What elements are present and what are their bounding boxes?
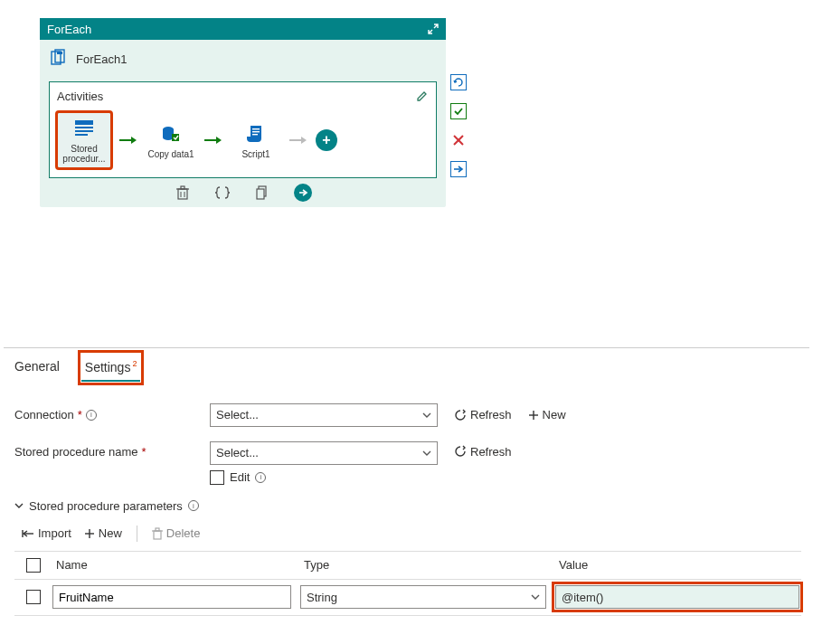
svg-rect-21 [257,189,264,199]
svg-rect-32 [154,531,161,539]
param-table: Name Type Value String [14,551,801,616]
status-skip-icon[interactable] [450,161,467,177]
connection-row: Connection * i Select... Refresh New [14,403,799,427]
tabs: General Settings2 [4,354,809,382]
copydata-icon [159,122,183,146]
status-success-icon[interactable] [450,103,467,119]
col-name: Name [52,558,300,572]
foreach-name-row: ForEach1 [49,49,437,69]
arrow-icon [288,134,308,147]
go-icon[interactable] [294,184,312,202]
connection-select[interactable]: Select... [210,403,438,427]
toolbar-divider [137,526,137,542]
chevron-down-icon [531,594,540,600]
col-value: Value [555,558,801,572]
delete-param-button[interactable]: Delete [152,526,201,540]
foreach-header[interactable]: ForEach [40,18,446,40]
activity-stored-procedure[interactable]: Stored procedur... [57,112,111,168]
tab-settings-label: Settings [85,360,131,374]
properties-panel: General Settings2 Connection * i Select.… [4,347,809,616]
select-all-checkbox[interactable] [26,558,41,573]
collapse-icon[interactable] [428,24,439,34]
connection-label: Connection * i [14,408,210,421]
svg-rect-12 [252,131,260,132]
svg-rect-3 [75,120,93,125]
arrow-icon [118,134,138,147]
edit-activities-icon[interactable] [414,88,430,104]
foreach-header-title: ForEach [47,23,91,36]
required-asterisk: * [142,445,147,459]
side-status-icons [450,74,467,177]
refresh-button[interactable]: Refresh [454,445,512,459]
status-error-icon[interactable] [450,132,467,148]
info-icon[interactable]: i [255,472,266,483]
svg-rect-34 [156,528,159,531]
tab-settings-badge: 2 [132,359,137,368]
new-param-button[interactable]: New [84,526,122,540]
tab-settings[interactable]: Settings2 [81,354,141,382]
param-value-input[interactable]: @item() [555,585,799,609]
chevron-down-icon [422,450,431,456]
activity-row: Stored procedur... Copy data1 [57,107,429,170]
foreach-body: ForEach1 Activities Stored procedur... [40,40,446,178]
required-asterisk: * [78,408,82,421]
activity-copy-data[interactable]: Copy data1 [146,122,196,159]
edit-checkbox[interactable] [210,470,224,485]
arrow-icon [203,134,223,147]
sp-name-row: Stored procedure name * Select... Edit i [14,441,799,485]
delete-icon[interactable] [175,185,191,201]
info-icon[interactable]: i [86,410,97,421]
form-area: Connection * i Select... Refresh New S [4,387,809,616]
sp-name-select[interactable]: Select... [210,441,438,465]
edit-label: Edit [230,470,250,484]
import-button[interactable]: Import [22,526,71,540]
script-icon [244,122,268,146]
svg-rect-6 [75,134,88,136]
chevron-down-icon [14,503,24,508]
svg-rect-5 [75,130,93,132]
row-checkbox[interactable] [26,590,41,604]
svg-rect-11 [252,128,260,129]
svg-rect-4 [75,127,93,128]
foreach-activity-card: ForEach ForEach1 Activities Stored proce… [40,18,446,207]
chevron-down-icon [422,412,431,418]
add-activity-button[interactable]: + [316,129,337,151]
table-row: String @item() [14,580,801,616]
table-header: Name Type Value [14,551,801,580]
svg-rect-13 [252,134,258,135]
params-toolbar: Import New Delete [14,526,799,542]
svg-rect-17 [181,186,184,189]
sp-name-label: Stored procedure name * [14,441,210,459]
svg-rect-2 [57,52,62,54]
storedproc-icon [72,117,96,140]
info-icon[interactable]: i [188,500,199,511]
copy-icon[interactable] [254,185,270,201]
col-type: Type [300,558,555,572]
foreach-icon [49,49,69,69]
braces-icon[interactable] [214,185,231,201]
activity-script[interactable]: Script1 [231,122,281,159]
param-type-select[interactable]: String [300,585,546,609]
param-name-input[interactable] [52,585,291,609]
activity-label: Copy data1 [147,149,194,159]
activities-container: Activities Stored procedur... [49,81,437,178]
tab-general[interactable]: General [14,354,60,382]
foreach-footer [40,178,446,207]
status-loop-icon[interactable] [450,74,467,90]
activities-label: Activities [57,90,429,103]
foreach-name-label[interactable]: ForEach1 [76,52,127,66]
svg-rect-15 [178,189,187,199]
params-section-header[interactable]: Stored procedure parameters i [14,499,799,513]
activity-label: Stored procedur... [60,144,109,164]
new-button[interactable]: New [528,408,566,421]
activity-label: Script1 [241,149,269,159]
refresh-button[interactable]: Refresh [454,408,512,421]
